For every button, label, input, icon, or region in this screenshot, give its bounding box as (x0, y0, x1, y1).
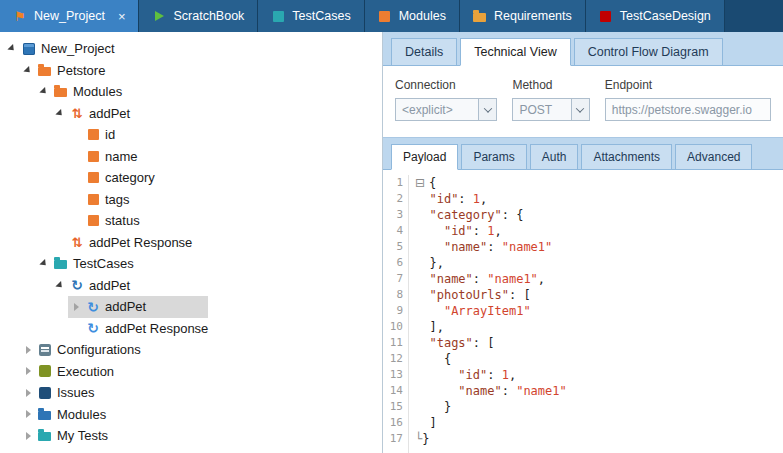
tree-item-addpet[interactable]: ⇅addPet (52, 103, 138, 125)
code-token: ], (415, 320, 444, 334)
payload-tab-strip: PayloadParamsAuthAttachmentsAdvanced (383, 137, 783, 170)
app-window: ⚑New_Project×ScratchBookTestCasesModules… (0, 0, 783, 453)
folder-blue-icon (36, 404, 54, 425)
window-tab-requirements[interactable]: Requirements (460, 0, 586, 32)
code-token (415, 288, 429, 302)
code-token: }, (415, 256, 444, 270)
tree-item-label: category (105, 170, 155, 185)
tree-item-issues[interactable]: Issues (20, 382, 103, 404)
tree-row: ↻addPet (0, 275, 382, 297)
code-token: "ArrayItem1" (444, 304, 531, 318)
code-token: , (495, 224, 502, 238)
window-tab-label: TestCaseDesign (620, 9, 711, 23)
line-number: 14 (383, 383, 403, 399)
tree-item-label: New_Project (41, 41, 115, 56)
code-token: : (458, 192, 472, 206)
expanded-twisty-icon[interactable] (20, 68, 36, 73)
collapsed-twisty-icon[interactable] (20, 346, 36, 354)
collapsed-twisty-icon[interactable] (20, 367, 36, 375)
line-number: 9 (383, 303, 403, 319)
tree-item-category[interactable]: category (68, 167, 163, 189)
connection-value: <explicit> (396, 103, 478, 117)
payload-tab-auth[interactable]: Auth (530, 144, 579, 170)
tree-item-modules[interactable]: Modules (20, 404, 114, 426)
view-tab-control-flow-diagram[interactable]: Control Flow Diagram (574, 38, 723, 66)
tree-item-modules[interactable]: Modules (36, 81, 130, 103)
code-token: "id" (429, 192, 458, 206)
collapsed-twisty-icon[interactable] (20, 389, 36, 397)
collapsed-twisty-icon[interactable] (20, 432, 36, 440)
expanded-twisty-icon[interactable] (36, 89, 52, 94)
line-number: 2 (383, 191, 403, 207)
view-tab-technical-view[interactable]: Technical View (460, 38, 570, 66)
code-token: ] (415, 416, 437, 430)
view-tab-details[interactable]: Details (391, 38, 457, 66)
tree-item-id[interactable]: id (68, 124, 123, 146)
window-tab-testcases[interactable]: TestCases (258, 0, 364, 32)
line-number: 3 (383, 207, 403, 223)
tree-row: Configurations (0, 339, 382, 361)
tree-item-new-project[interactable]: New_Project (4, 38, 123, 60)
tree-row: Modules (0, 404, 382, 426)
module-icon: ⇅ (68, 103, 86, 124)
code-line: "id": 1, (415, 367, 783, 383)
tree-item-addpet[interactable]: ↻addPet (68, 296, 208, 318)
tree-item-petstore[interactable]: Petstore (20, 60, 113, 82)
code-token (415, 336, 429, 350)
method-label: Method (512, 78, 589, 92)
expanded-twisty-icon[interactable] (4, 46, 20, 51)
tree-item-addpet[interactable]: ↻addPet (52, 275, 138, 297)
code-token (415, 224, 444, 238)
tree-item-execution[interactable]: Execution (20, 361, 122, 383)
tree-item-addpet-response[interactable]: ⇅addPet Response (52, 232, 200, 254)
window-tab-new-project[interactable]: ⚑New_Project× (0, 0, 139, 32)
expanded-twisty-icon[interactable] (52, 111, 68, 116)
window-tab-modules[interactable]: Modules (365, 0, 460, 32)
tree-item-label: status (105, 213, 140, 228)
payload-editor[interactable]: 1234567891011121314151617 ⊟ { "id": 1, "… (383, 170, 783, 453)
main-area: New_ProjectPetstoreModules⇅addPetidnamec… (0, 32, 783, 453)
payload-tab-advanced[interactable]: Advanced (675, 144, 752, 170)
code-token: "tags" (429, 336, 472, 350)
code-line: ] (415, 415, 783, 431)
tree-item-label: addPet (89, 278, 130, 293)
endpoint-value: https://petstore.swagger.io (606, 103, 770, 117)
code-token: , (538, 272, 545, 286)
collapsed-twisty-icon[interactable] (20, 410, 36, 418)
close-tab-icon[interactable]: × (118, 9, 126, 24)
expanded-twisty-icon[interactable] (36, 261, 52, 266)
code-token: "name1" (487, 272, 538, 286)
connection-select[interactable]: <explicit> (395, 98, 497, 121)
fold-icon[interactable]: ⊟ (415, 176, 429, 190)
code-token: "id" (444, 224, 473, 238)
method-select[interactable]: POST (512, 98, 589, 121)
play-green-icon (152, 8, 166, 24)
tree-row: ⇅addPet (0, 103, 382, 125)
payload-tab-params[interactable]: Params (461, 144, 526, 170)
line-number: 4 (383, 223, 403, 239)
tree-item-tags[interactable]: tags (68, 189, 138, 211)
code-line: { (415, 351, 783, 367)
endpoint-input[interactable]: https://petstore.swagger.io (605, 98, 771, 121)
chevron-down-icon[interactable] (478, 99, 496, 120)
tree-item-configurations[interactable]: Configurations (20, 339, 149, 361)
payload-tab-payload[interactable]: Payload (391, 144, 458, 170)
chevron-down-icon[interactable] (571, 99, 589, 120)
tree-item-label: Configurations (57, 342, 141, 357)
window-tab-testcasedesign[interactable]: TestCaseDesign (586, 0, 725, 32)
code-line: "tags": [ (415, 335, 783, 351)
field-icon (84, 146, 102, 167)
tree-item-status[interactable]: status (68, 210, 148, 232)
code-token: } (415, 400, 451, 414)
tree-item-addpet-response[interactable]: ↻addPet Response (68, 318, 216, 340)
method-value: POST (513, 103, 570, 117)
tree-item-name[interactable]: name (68, 146, 146, 168)
expanded-twisty-icon[interactable] (52, 283, 68, 288)
collapsed-twisty-icon[interactable] (68, 303, 84, 311)
code-token (415, 240, 444, 254)
tree-item-testcases[interactable]: TestCases (36, 253, 142, 275)
code-line: "name": "name1" (415, 383, 783, 399)
payload-tab-attachments[interactable]: Attachments (581, 144, 672, 170)
tree-item-my-tests[interactable]: My Tests (20, 425, 116, 447)
window-tab-scratchbook[interactable]: ScratchBook (139, 0, 258, 32)
